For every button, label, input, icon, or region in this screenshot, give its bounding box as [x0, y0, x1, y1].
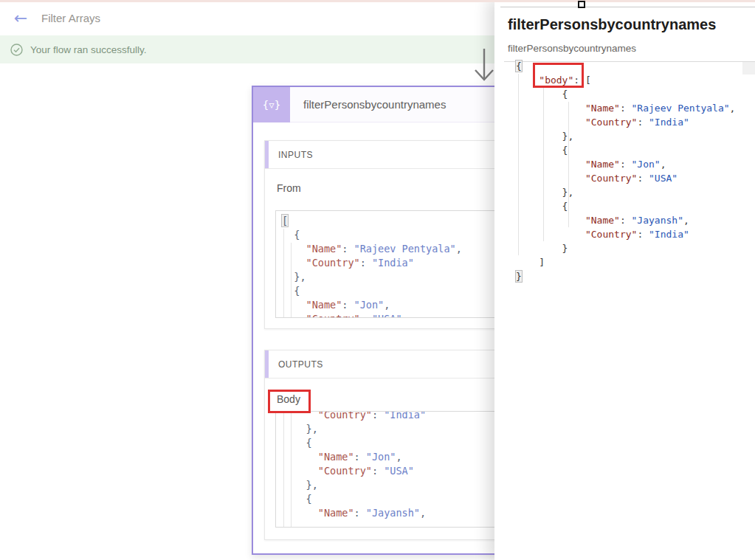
success-check-icon	[10, 44, 23, 56]
top-bar: ← Filter Arrays	[0, 2, 494, 35]
success-banner-text: Your flow ran successfully.	[30, 44, 147, 55]
annotation-top-line	[500, 7, 755, 7]
outputs-body-label: Body	[277, 393, 300, 405]
inputs-section-title: INPUTS	[278, 150, 313, 160]
page-title: Filter Arrays	[41, 12, 100, 24]
raw-outputs-panel: filterPersonsbycountrynames filterPerson…	[494, 0, 755, 560]
panel-json-content[interactable]: { "body": [ { "Name": "Rajeev Pentyala",…	[494, 59, 755, 283]
screen: ← Filter Arrays Your flow ran successful…	[0, 0, 755, 560]
window-edge-strip	[0, 0, 755, 2]
annotation-resize-handle	[578, 1, 585, 8]
action-title: filterPersonsbycountrynames	[303, 98, 446, 111]
back-arrow-icon: ←	[14, 9, 27, 27]
inputs-accent-bar	[265, 141, 269, 168]
success-banner: Your flow ran successfully.	[0, 35, 496, 63]
inputs-from-label: From	[277, 182, 301, 194]
filter-array-action-icon: {▿}	[253, 87, 290, 122]
outputs-accent-bar	[265, 350, 269, 378]
outputs-section-title: OUTPUTS	[278, 359, 323, 370]
panel-subtitle: filterPersonsbycountrynames	[508, 43, 636, 54]
filter-array-icon-glyph: {▿}	[263, 99, 281, 111]
flow-connector-arrow-icon	[473, 46, 495, 84]
panel-title: filterPersonsbycountrynames	[508, 16, 716, 33]
back-button[interactable]: ←	[9, 7, 32, 30]
